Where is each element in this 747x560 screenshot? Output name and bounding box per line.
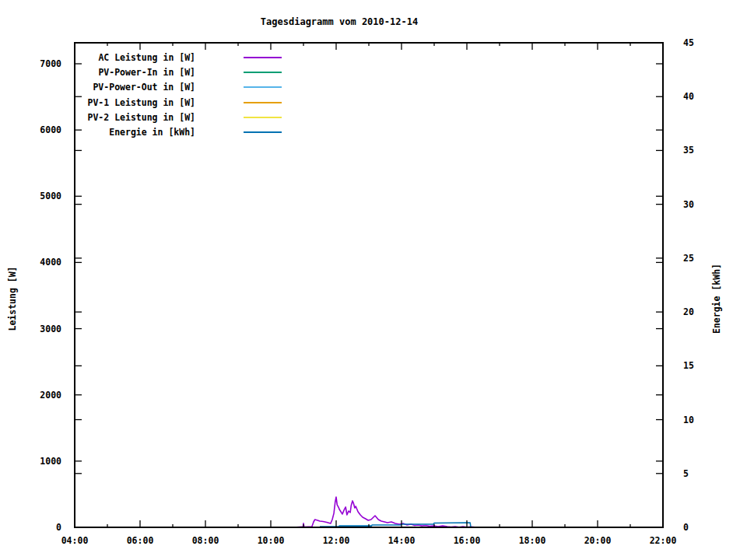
- svg-text:04:00: 04:00: [61, 535, 89, 546]
- svg-text:06:00: 06:00: [127, 535, 154, 546]
- legend-item-label: PV-Power-Out in [W]: [71, 82, 195, 93]
- legend-item-pv-power-in: PV-Power-In in [W]: [71, 65, 282, 79]
- svg-text:2000: 2000: [40, 390, 61, 401]
- legend-line-sample: [244, 72, 282, 73]
- svg-text:10:00: 10:00: [258, 535, 285, 546]
- legend-line-sample: [244, 102, 282, 103]
- legend-line-sample: [244, 57, 282, 58]
- svg-text:35: 35: [683, 145, 694, 156]
- svg-text:15: 15: [683, 360, 694, 371]
- svg-text:45: 45: [683, 37, 694, 48]
- svg-text:40: 40: [683, 91, 694, 102]
- svg-text:5: 5: [683, 468, 689, 479]
- legend-item-pv2-leistung: PV-2 Leistung in [W]: [71, 110, 282, 124]
- legend-item-label: Energie in [kWh]: [71, 127, 195, 138]
- chart-canvas: { "window": { "width": 960, "height": 72…: [0, 0, 747, 560]
- svg-text:5000: 5000: [40, 191, 61, 201]
- svg-text:0: 0: [683, 522, 689, 533]
- legend-item-ac-leistung: AC Leistung in [W]: [71, 50, 282, 65]
- svg-text:12:00: 12:00: [323, 535, 350, 546]
- legend-item-pv-power-out: PV-Power-Out in [W]: [71, 80, 282, 95]
- legend-line-sample: [244, 86, 282, 88]
- legend-item-energie: Energie in [kWh]: [71, 124, 282, 139]
- legend: AC Leistung in [W] PV-Power-In in [W] PV…: [71, 50, 282, 140]
- svg-text:14:00: 14:00: [388, 535, 416, 546]
- svg-text:16:00: 16:00: [454, 535, 481, 546]
- legend-item-label: AC Leistung in [W]: [71, 52, 195, 63]
- svg-text:22:00: 22:00: [650, 535, 677, 546]
- svg-text:08:00: 08:00: [192, 535, 219, 546]
- svg-text:1000: 1000: [40, 456, 61, 467]
- legend-item-label: PV-Power-In in [W]: [71, 67, 195, 78]
- svg-text:7000: 7000: [40, 58, 61, 69]
- svg-text:30: 30: [683, 199, 694, 210]
- svg-text:0: 0: [56, 522, 61, 533]
- legend-item-label: PV-1 Leistung in [W]: [71, 97, 195, 108]
- svg-text:25: 25: [683, 253, 694, 264]
- legend-line-sample: [244, 117, 282, 118]
- legend-item-label: PV-2 Leistung in [W]: [71, 112, 195, 123]
- svg-text:6000: 6000: [40, 124, 61, 135]
- svg-text:10: 10: [683, 415, 694, 425]
- svg-text:20: 20: [683, 306, 694, 317]
- svg-text:18:00: 18:00: [519, 535, 546, 546]
- svg-text:20:00: 20:00: [584, 535, 612, 546]
- legend-item-pv1-leistung: PV-1 Leistung in [W]: [71, 95, 282, 110]
- svg-text:4000: 4000: [40, 257, 61, 268]
- svg-text:3000: 3000: [40, 324, 61, 334]
- legend-line-sample: [244, 131, 282, 133]
